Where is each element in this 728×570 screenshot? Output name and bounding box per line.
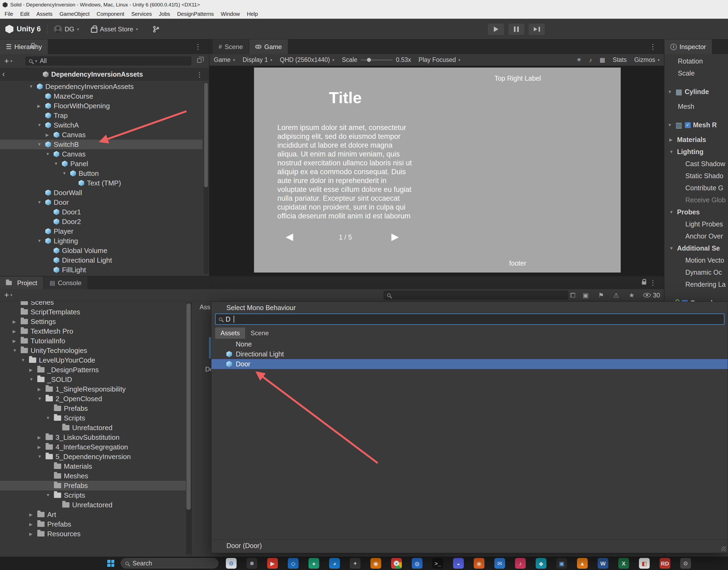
youtube-icon[interactable]: ▶ — [267, 558, 278, 569]
stats-button[interactable]: Stats — [613, 56, 626, 63]
tab-scene[interactable]: Scene — [245, 327, 274, 339]
discord-app-icon[interactable]: ◒ — [453, 558, 464, 569]
taskbar-search-input[interactable]: Search — [121, 558, 218, 568]
hierarchy-item[interactable]: Door1 — [0, 207, 202, 217]
expand-arrow-icon[interactable]: ▶ — [13, 319, 21, 324]
lock-icon[interactable] — [31, 45, 35, 48]
resolution-dropdown[interactable]: QHD (2560x1440)▾ — [280, 56, 334, 63]
tab-scene[interactable]: # Scene — [213, 39, 249, 54]
inspector-row[interactable]: Rotation — [665, 55, 728, 67]
project-folder-item[interactable]: ScriptTemplates — [0, 307, 186, 317]
foldout-arrow-icon[interactable]: ▼ — [668, 123, 673, 127]
inspector-row[interactable]: Light Probes — [665, 218, 728, 230]
project-search-input[interactable] — [384, 291, 568, 300]
project-folder-item[interactable]: ▼ 5_DependencyInversion — [0, 452, 186, 462]
hierarchy-item[interactable]: ▼ Door — [0, 198, 202, 207]
metrics-grid-icon[interactable]: ▦ — [599, 56, 605, 63]
favorites-icon[interactable]: ★ — [629, 292, 634, 299]
hierarchy-item[interactable]: ▼ Button — [0, 169, 202, 178]
windows-start-icon[interactable] — [107, 560, 114, 567]
lock-icon[interactable] — [642, 281, 646, 285]
expand-arrow-icon[interactable]: ▼ — [46, 152, 54, 157]
project-folder-item[interactable]: Unrefactored — [0, 423, 186, 433]
project-folder-item[interactable]: ▼ UnityTechnologies — [0, 346, 186, 355]
project-folder-item[interactable]: Prefabs — [0, 481, 186, 491]
inspector-row[interactable]: Cast Shadow — [665, 158, 728, 170]
expand-arrow-icon[interactable]: ▼ — [46, 493, 54, 498]
menu-item[interactable]: GameObject — [56, 11, 93, 17]
play-focused-dropdown[interactable]: Play Focused▾ — [418, 56, 460, 63]
hierarchy-scrollbar[interactable] — [204, 82, 208, 274]
foldout-arrow-icon[interactable]: ▼ — [669, 246, 675, 251]
tab-console[interactable]: ▤ Console — [44, 277, 87, 289]
edge-icon[interactable]: ◕ — [329, 558, 340, 569]
inspector-row[interactable]: ▶ Materials — [665, 134, 728, 146]
expand-arrow-icon[interactable]: ▶ — [29, 512, 37, 517]
audio-mute-icon[interactable]: ♪ — [589, 56, 592, 63]
kebab-menu-icon[interactable]: ⋮ — [650, 279, 657, 286]
play-button[interactable] — [488, 23, 504, 35]
project-folder-item[interactable]: Meshes — [0, 471, 186, 481]
hierarchy-item[interactable]: ▶ Canvas — [0, 130, 202, 139]
hierarchy-item[interactable]: FillLight — [0, 265, 202, 275]
vlc-app-icon[interactable]: ▲ — [577, 558, 588, 569]
scale-slider[interactable] — [361, 59, 393, 60]
picker-item[interactable]: None — [211, 339, 728, 349]
inspector-row[interactable]: Contribute G — [665, 182, 728, 194]
inspector-row[interactable]: Scale — [665, 67, 728, 79]
project-folder-item[interactable]: ▶ Resources — [0, 529, 186, 539]
project-folder-item[interactable]: ▼ Scripts — [0, 413, 186, 423]
add-asset-button[interactable]: +▾ — [4, 290, 12, 300]
globe-app-icon[interactable]: ◍ — [412, 558, 422, 569]
menu-item[interactable]: Window — [217, 11, 243, 17]
expand-arrow-icon[interactable]: ▼ — [54, 161, 62, 166]
object-picker-search-input[interactable]: D — [215, 314, 725, 325]
step-button[interactable] — [528, 23, 545, 35]
expand-arrow-icon[interactable]: ▼ — [13, 348, 21, 353]
hierarchy-search-input[interactable]: ▾ All — [25, 56, 191, 65]
project-scrollbar[interactable] — [186, 302, 191, 554]
expand-arrow-icon[interactable]: ▼ — [37, 396, 46, 401]
inspector-row[interactable]: ▼ Cylinde — [665, 86, 728, 98]
foldout-arrow-icon[interactable]: ▼ — [669, 210, 675, 215]
project-folder-item[interactable]: ▼ LevelUpYourCode — [0, 355, 186, 365]
word-app-icon[interactable]: W — [598, 558, 608, 569]
add-gameobject-button[interactable]: +▾ — [4, 56, 12, 66]
enabled-checkbox[interactable]: ✓ — [685, 122, 691, 128]
scene-kebab-icon[interactable]: ⋮ — [196, 71, 203, 78]
project-folder-item[interactable]: ▶ 3_LiskovSubstitution — [0, 433, 186, 442]
menu-item[interactable]: Edit — [17, 11, 33, 17]
inspector-row[interactable]: Motion Vecto — [665, 254, 728, 266]
search-window-icon[interactable]: ⧠ — [570, 292, 575, 299]
expand-arrow-icon[interactable]: ▶ — [29, 367, 37, 372]
gear-app-icon[interactable]: ⚙ — [226, 558, 236, 569]
light-toggle-icon[interactable]: ☀ — [576, 56, 582, 63]
foldout-arrow-icon[interactable]: ▼ — [668, 89, 673, 94]
hierarchy-item[interactable]: ▼ SwitchA — [0, 120, 202, 130]
project-folder-item[interactable]: ▶ Prefabs — [0, 519, 186, 529]
project-folder-item[interactable]: ▶ TextMesh Pro — [0, 326, 186, 336]
foldout-arrow-icon[interactable]: ▶ — [669, 137, 675, 142]
asset-store-menu[interactable]: Asset Store ▾ — [91, 25, 138, 33]
project-folder-item[interactable]: ▼ Scripts — [0, 491, 186, 500]
scrollbar-thumb[interactable] — [204, 83, 208, 187]
blender-icon[interactable]: ◉ — [370, 558, 381, 569]
hierarchy-item[interactable]: Directional Light — [0, 255, 202, 265]
photos-app-icon[interactable]: ▣ — [556, 558, 567, 569]
paint-app-icon[interactable]: ◧ — [639, 558, 650, 569]
project-folder-item[interactable]: ▶ Art — [0, 510, 186, 519]
project-folder-item[interactable]: Scenes — [0, 301, 186, 307]
account-menu[interactable]: DG ▾ — [54, 25, 79, 33]
picker-item[interactable]: Directional Light — [211, 349, 728, 359]
hierarchy-item[interactable]: ▼ Panel — [0, 159, 202, 169]
music-app-icon[interactable]: ♪ — [515, 558, 526, 569]
pane-divider[interactable] — [191, 301, 192, 557]
hierarchy-item[interactable]: Door2 — [0, 217, 202, 227]
expand-arrow-icon[interactable]: ▶ — [37, 435, 46, 440]
expand-arrow-icon[interactable]: ▼ — [29, 84, 37, 89]
inspector-row[interactable]: ▼ Lighting — [665, 146, 728, 158]
package-filter-icon[interactable]: ▣ — [583, 292, 589, 299]
expand-arrow-icon[interactable]: ▼ — [37, 142, 45, 147]
mail-app-icon[interactable]: ✉ — [494, 558, 505, 569]
rd-app-icon[interactable]: RD — [660, 558, 670, 569]
